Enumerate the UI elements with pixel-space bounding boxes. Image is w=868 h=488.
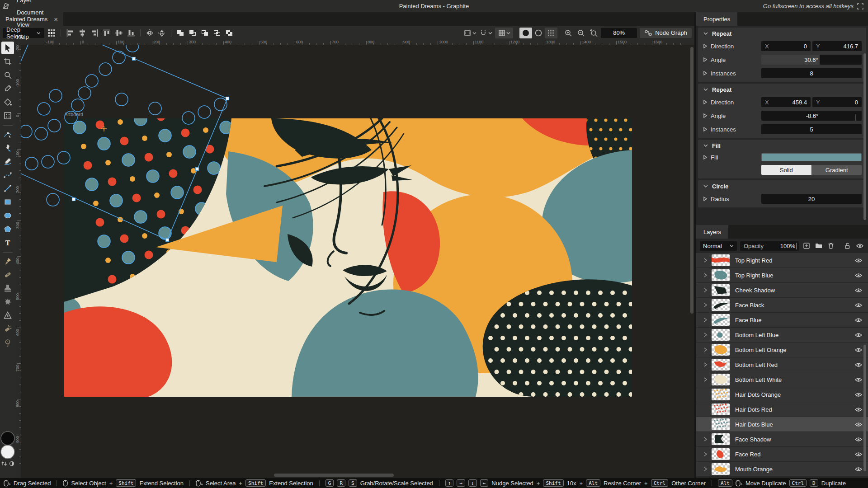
artboard-tool[interactable] <box>1 55 14 68</box>
instances-field[interactable]: 8 <box>761 68 862 78</box>
expand-layer-icon[interactable] <box>703 377 708 382</box>
boolean-difference-icon[interactable] <box>225 28 234 38</box>
expand-layer-icon[interactable] <box>703 347 708 352</box>
lock-icon[interactable] <box>843 241 852 250</box>
canvas-artwork[interactable]: Artboard <box>21 45 694 478</box>
layer-visibility-icon[interactable] <box>854 258 863 263</box>
direction-y-field[interactable]: Y0 <box>812 97 862 107</box>
direction-y-field[interactable]: Y416.7 <box>812 41 862 51</box>
swap-colors-icon[interactable] <box>2 462 7 465</box>
expand-layer-icon[interactable] <box>703 258 708 263</box>
layer-row-face-red[interactable]: Face Red <box>696 447 868 462</box>
layer-row-top-right-blue[interactable]: Top Right Blue <box>696 268 868 283</box>
zoom-reset-icon[interactable] <box>589 28 598 38</box>
direction-x-field[interactable]: X459.4 <box>761 97 811 107</box>
tab-properties[interactable]: Properties <box>696 12 737 26</box>
menu-layer[interactable]: Layer <box>12 0 48 6</box>
expose-parameter-icon[interactable] <box>703 100 707 104</box>
layer-visibility-icon[interactable] <box>854 332 863 338</box>
expand-layer-icon[interactable] <box>703 272 708 278</box>
expose-parameter-icon[interactable] <box>703 113 707 118</box>
layer-thumbnail[interactable] <box>712 463 730 475</box>
align-center-h-icon[interactable] <box>78 28 87 38</box>
layer-visibility-icon[interactable] <box>854 392 863 398</box>
graphite-logo-icon[interactable] <box>0 2 12 10</box>
reset-colors-icon[interactable] <box>10 462 14 466</box>
view-mode-pixels-toggle[interactable] <box>545 28 557 38</box>
layer-row-mouth-orange[interactable]: Mouth Orange <box>696 462 868 477</box>
align-left-icon[interactable] <box>66 28 75 38</box>
fill-gradient-button[interactable]: Gradient <box>812 165 862 175</box>
layer-thumbnail[interactable] <box>712 448 730 460</box>
canvas[interactable]: Artboard <box>21 45 694 478</box>
detail-tool[interactable] <box>1 296 14 308</box>
section-header[interactable]: Repeat <box>698 84 866 95</box>
fill-color-swatch[interactable] <box>761 153 862 161</box>
section-header[interactable]: Circle <box>698 180 866 192</box>
freehand-tool[interactable] <box>1 155 14 168</box>
select-tool[interactable] <box>1 42 14 54</box>
layer-thumbnail[interactable] <box>712 269 730 281</box>
expand-layer-icon[interactable] <box>703 451 708 457</box>
layer-visibility-icon[interactable] <box>854 272 863 278</box>
expose-parameter-icon[interactable] <box>703 155 707 160</box>
layer-row-hair-dots-blue[interactable]: Hair Dots Blue <box>696 417 868 432</box>
expose-parameter-icon[interactable] <box>703 197 707 201</box>
brush-tool[interactable] <box>1 255 14 267</box>
layer-visibility-icon[interactable] <box>854 377 863 383</box>
layer-thumbnail[interactable] <box>712 404 730 415</box>
align-bottom-icon[interactable] <box>127 28 136 38</box>
selection-handle[interactable] <box>132 57 136 61</box>
primary-color-swatch[interactable] <box>1 432 14 445</box>
angle-field[interactable]: 30.6° <box>761 55 862 65</box>
layer-thumbnail[interactable] <box>712 418 730 430</box>
node-graph-button[interactable]: Node Graph <box>640 28 692 38</box>
layer-visibility-icon[interactable] <box>854 422 863 427</box>
expand-layer-icon[interactable] <box>703 436 708 442</box>
expose-parameter-icon[interactable] <box>703 44 707 48</box>
layer-visibility-icon[interactable] <box>854 302 863 308</box>
layer-row-top-right-red[interactable]: Top Right Red <box>696 253 868 268</box>
spline-tool[interactable] <box>1 169 14 181</box>
horizontal-scrollbar[interactable] <box>274 474 394 477</box>
view-mode-normal-toggle[interactable] <box>519 28 532 38</box>
selection-handle[interactable] <box>166 239 169 242</box>
visibility-all-icon[interactable] <box>855 241 864 250</box>
layer-thumbnail[interactable] <box>712 284 730 296</box>
section-header[interactable]: Fill <box>698 140 866 151</box>
selection-handle[interactable] <box>226 97 229 100</box>
layer-row-bottom-left-orange[interactable]: Bottom Left Orange <box>696 343 868 357</box>
layer-thumbnail[interactable] <box>712 389 730 400</box>
direction-x-field[interactable]: X0 <box>761 41 811 51</box>
layer-visibility-icon[interactable] <box>854 317 863 323</box>
layer-visibility-icon[interactable] <box>854 466 863 472</box>
boolean-subtract-front-icon[interactable] <box>188 28 197 38</box>
layer-visibility-icon[interactable] <box>854 436 863 442</box>
layer-thumbnail[interactable] <box>712 329 730 341</box>
line-tool[interactable] <box>1 182 14 195</box>
expand-layer-icon[interactable] <box>703 332 708 338</box>
navigate-tool[interactable] <box>1 69 14 81</box>
radius-field[interactable]: 20 <box>761 194 862 204</box>
eyedropper-tool[interactable] <box>1 82 14 95</box>
boolean-union-icon[interactable] <box>176 28 185 38</box>
section-header[interactable]: Repeat <box>698 28 866 39</box>
angle-field[interactable]: -8.6° <box>761 111 862 121</box>
expose-parameter-icon[interactable] <box>703 71 707 75</box>
path-tool[interactable] <box>1 128 14 141</box>
blur-tool[interactable] <box>1 309 14 322</box>
artboard-overlay-dropdown[interactable] <box>463 29 476 37</box>
fullscreen-hint[interactable]: Go fullscreen to access all hotkeys <box>763 3 868 9</box>
expose-parameter-icon[interactable] <box>703 57 707 62</box>
align-right-icon[interactable] <box>90 28 99 38</box>
layer-row-bottom-left-blue[interactable]: Bottom Left Blue <box>696 328 868 343</box>
instances-field[interactable]: 5 <box>761 124 862 134</box>
expand-layer-icon[interactable] <box>703 302 708 308</box>
view-mode-outline-toggle[interactable] <box>532 28 545 38</box>
layer-row-cheek-shadow[interactable]: Cheek Shadow <box>696 283 868 298</box>
expand-layer-icon[interactable] <box>703 466 708 472</box>
layer-thumbnail[interactable] <box>712 374 730 385</box>
text-tool[interactable]: T <box>1 236 14 249</box>
selection-handle[interactable] <box>72 198 75 201</box>
layer-thumbnail[interactable] <box>712 254 730 266</box>
